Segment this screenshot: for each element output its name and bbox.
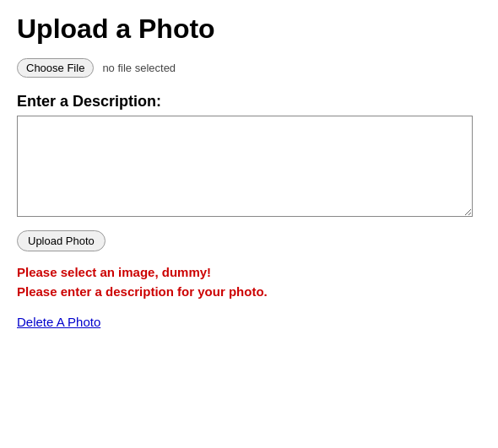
file-input-row: Choose File no file selected xyxy=(17,58,481,78)
delete-photo-link[interactable]: Delete A Photo xyxy=(17,315,100,329)
error-text-2: Please enter a description for your phot… xyxy=(17,283,481,302)
description-label: Enter a Description: xyxy=(17,93,481,111)
choose-file-button[interactable]: Choose File xyxy=(17,58,94,78)
upload-photo-button[interactable]: Upload Photo xyxy=(17,230,106,251)
description-textarea[interactable] xyxy=(17,116,473,217)
no-file-label: no file selected xyxy=(102,62,176,74)
page-title: Upload a Photo xyxy=(17,13,481,45)
error-messages: Please select an image, dummy! Please en… xyxy=(17,263,481,301)
error-text-1: Please select an image, dummy! xyxy=(17,263,481,283)
